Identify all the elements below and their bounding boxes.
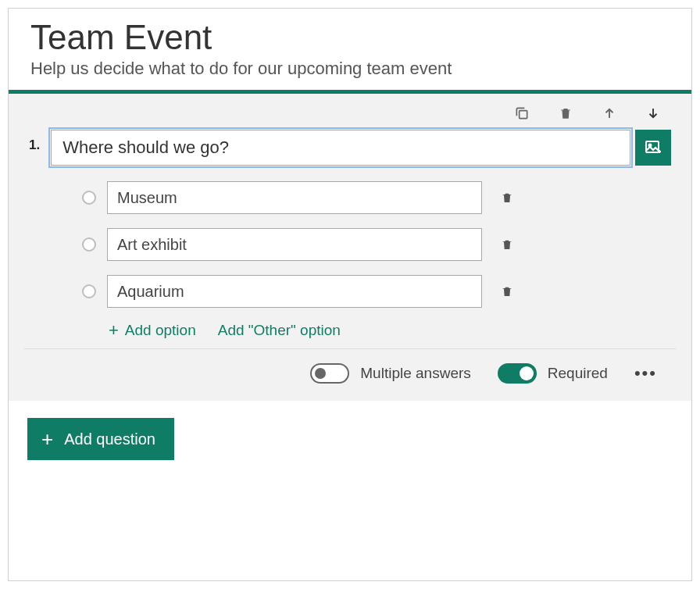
multiple-answers-label: Multiple answers xyxy=(360,365,471,382)
question-text-input[interactable] xyxy=(51,130,630,166)
add-question-button[interactable]: + Add question xyxy=(27,418,174,460)
question-body: 1. xyxy=(24,127,676,173)
delete-option-button[interactable] xyxy=(501,283,515,300)
question-footer: Multiple answers Required ••• xyxy=(24,348,676,401)
question-number: 1. xyxy=(29,137,40,153)
form-card: Team Event Help us decide what to do for… xyxy=(8,8,692,581)
required-toggle[interactable] xyxy=(498,363,537,384)
required-label: Required xyxy=(548,365,608,382)
form-header: Team Event Help us decide what to do for… xyxy=(9,9,691,90)
plus-icon: + xyxy=(41,429,53,449)
option-input[interactable] xyxy=(107,275,482,308)
multiple-answers-toggle-group: Multiple answers xyxy=(310,363,471,384)
options-list: + Add option Add "Other" option xyxy=(24,173,676,348)
image-icon xyxy=(644,138,662,157)
ellipsis-icon: ••• xyxy=(634,363,657,383)
radio-icon xyxy=(82,237,96,252)
required-toggle-group: Required xyxy=(498,363,608,384)
question-toolbar xyxy=(24,94,676,127)
option-row xyxy=(82,181,676,214)
toggle-knob xyxy=(315,368,326,379)
add-other-option-button[interactable]: Add "Other" option xyxy=(218,322,341,339)
copy-icon[interactable] xyxy=(513,105,530,122)
option-row xyxy=(82,228,676,261)
svg-rect-0 xyxy=(520,111,527,119)
form-title[interactable]: Team Event xyxy=(30,18,670,57)
plus-icon: + xyxy=(109,322,119,339)
add-question-area: + Add question xyxy=(9,401,691,477)
option-row xyxy=(82,275,676,308)
toggle-knob xyxy=(520,366,534,380)
move-up-icon[interactable] xyxy=(601,105,618,122)
multiple-answers-toggle[interactable] xyxy=(310,363,349,384)
radio-icon xyxy=(82,284,96,298)
option-input[interactable] xyxy=(107,181,482,214)
add-option-label: Add option xyxy=(125,322,196,339)
delete-option-button[interactable] xyxy=(501,189,515,206)
add-option-button[interactable]: + Add option xyxy=(109,322,196,339)
trash-icon[interactable] xyxy=(557,105,574,122)
move-down-icon[interactable] xyxy=(645,105,662,122)
radio-icon xyxy=(82,191,96,205)
delete-option-button[interactable] xyxy=(501,236,515,253)
question-card: 1. xyxy=(9,94,691,401)
more-options-button[interactable]: ••• xyxy=(634,363,657,384)
question-input-row xyxy=(51,130,671,166)
add-question-label: Add question xyxy=(64,430,155,448)
add-image-button[interactable] xyxy=(635,130,671,166)
svg-rect-1 xyxy=(646,141,659,152)
option-input[interactable] xyxy=(107,228,482,261)
option-actions: + Add option Add "Other" option xyxy=(109,322,676,339)
form-subtitle[interactable]: Help us decide what to do for our upcomi… xyxy=(30,59,670,79)
